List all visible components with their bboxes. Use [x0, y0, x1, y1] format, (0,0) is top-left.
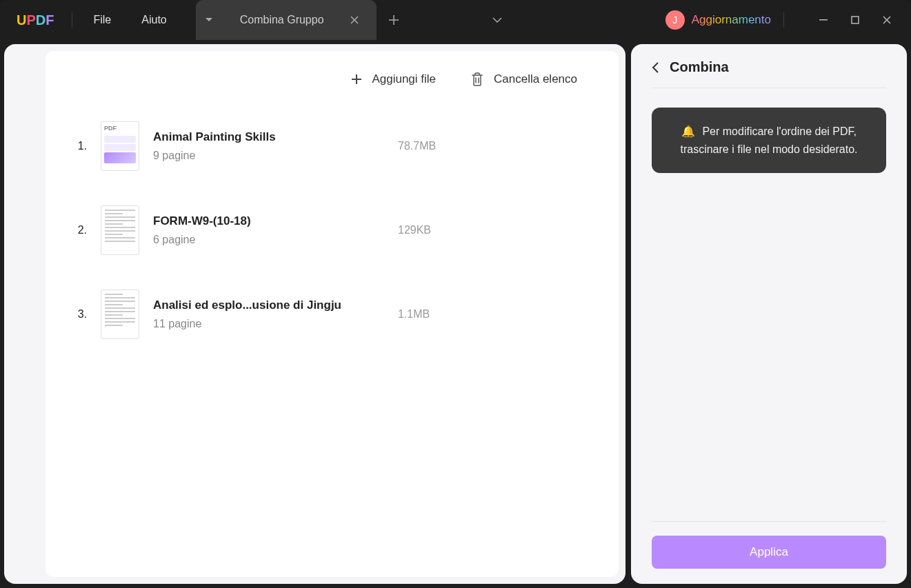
file-row[interactable]: 1. PDF Animal Painting Skills 9 pagine	[73, 121, 605, 171]
plus-icon	[351, 74, 362, 85]
app-logo: U P D F	[17, 12, 54, 28]
tab-area: Combina Gruppo	[196, 0, 514, 40]
maximize-icon	[851, 16, 859, 24]
file-size: 1.1MB	[398, 308, 467, 321]
file-pages: 11 pagine	[153, 318, 384, 330]
file-number: 2.	[73, 224, 87, 236]
thumb-graphic	[101, 290, 139, 330]
window-controls	[808, 9, 903, 31]
new-tab-button[interactable]	[377, 0, 411, 40]
chevron-down-icon	[492, 17, 502, 23]
file-name: Animal Painting Skills	[153, 130, 384, 144]
file-pages: 9 pagine	[153, 150, 384, 162]
user-area: J Aggiornamento	[665, 9, 903, 31]
file-row[interactable]: 3. Analisi ed esplo...usione di Jingju	[73, 290, 605, 339]
close-icon	[883, 16, 891, 24]
svg-rect-0	[819, 19, 828, 21]
thumb-graphic	[101, 206, 139, 245]
tab-close-button[interactable]	[350, 16, 359, 24]
close-window-button[interactable]	[871, 9, 903, 31]
pdf-badge: PDF	[104, 125, 136, 132]
file-name: FORM-W9-(10-18)	[153, 214, 384, 228]
file-thumbnail	[101, 205, 139, 255]
back-button[interactable]	[652, 62, 659, 73]
avatar[interactable]: J	[665, 10, 685, 30]
content-area: Aggiungi file Cancella elenco 1. PDF	[0, 40, 911, 588]
divider	[72, 12, 72, 28]
divider	[783, 12, 784, 28]
svg-rect-1	[852, 17, 859, 23]
file-info: FORM-W9-(10-18) 6 pagine	[153, 214, 384, 246]
file-thumbnail	[101, 290, 139, 339]
file-size: 129KB	[398, 224, 467, 236]
file-row[interactable]: 2. FORM-W9-(10-18) 6 pagine	[73, 205, 605, 255]
tab-title: Combina Gruppo	[240, 14, 324, 26]
tab-dropdown[interactable]	[196, 0, 222, 40]
clear-list-button[interactable]: Cancella elenco	[470, 72, 577, 87]
logo-letter: P	[26, 12, 35, 28]
side-footer: Applica	[652, 521, 886, 569]
update-link[interactable]: Aggiornamento	[692, 13, 771, 27]
app-window: U P D F File Aiuto Combina Gruppo	[0, 0, 911, 588]
tab-combine-group[interactable]: Combina Gruppo	[222, 0, 377, 40]
minimize-button[interactable]	[808, 9, 839, 31]
file-number: 1.	[73, 140, 87, 152]
file-info: Analisi ed esplo...usione di Jingju 11 p…	[153, 298, 384, 330]
maximize-button[interactable]	[839, 9, 871, 31]
file-size: 78.7MB	[398, 140, 467, 152]
file-name: Analisi ed esplo...usione di Jingju	[153, 298, 384, 312]
add-file-button[interactable]: Aggiungi file	[351, 72, 436, 86]
logo-letter: U	[17, 12, 26, 28]
apply-button[interactable]: Applica	[652, 536, 886, 569]
logo-letter: F	[46, 12, 54, 28]
close-icon	[350, 16, 359, 24]
file-number: 3.	[73, 308, 87, 321]
logo-letter: D	[36, 12, 46, 28]
file-list: 1. PDF Animal Painting Skills 9 pagine	[46, 108, 605, 339]
hint-text: Per modificare l'ordine dei PDF, trascin…	[680, 125, 857, 155]
side-panel-title: Combina	[670, 59, 729, 75]
chevron-left-icon	[652, 62, 659, 73]
minimize-icon	[819, 19, 828, 21]
titlebar: U P D F File Aiuto Combina Gruppo	[0, 0, 911, 40]
clear-list-label: Cancella elenco	[494, 72, 577, 86]
menu-file[interactable]: File	[78, 8, 126, 32]
trash-icon	[470, 72, 484, 87]
menu-help[interactable]: Aiuto	[126, 8, 181, 32]
side-panel: Combina 🔔 Per modificare l'ordine dei PD…	[631, 44, 907, 584]
file-pages: 6 pagine	[153, 234, 384, 246]
hint-box: 🔔 Per modificare l'ordine dei PDF, trasc…	[652, 108, 886, 173]
file-list-container: Aggiungi file Cancella elenco 1. PDF	[46, 51, 619, 577]
thumb-graphic	[104, 136, 136, 163]
add-file-label: Aggiungi file	[372, 72, 436, 86]
tab-overflow-button[interactable]	[480, 0, 514, 40]
file-thumbnail: PDF	[101, 121, 139, 171]
caret-down-icon	[206, 18, 212, 22]
file-info: Animal Painting Skills 9 pagine	[153, 130, 384, 162]
bell-icon: 🔔	[681, 125, 695, 137]
side-header: Combina	[652, 59, 886, 88]
main-panel: Aggiungi file Cancella elenco 1. PDF	[4, 44, 625, 584]
plus-icon	[389, 15, 399, 25]
list-toolbar: Aggiungi file Cancella elenco	[46, 65, 605, 108]
